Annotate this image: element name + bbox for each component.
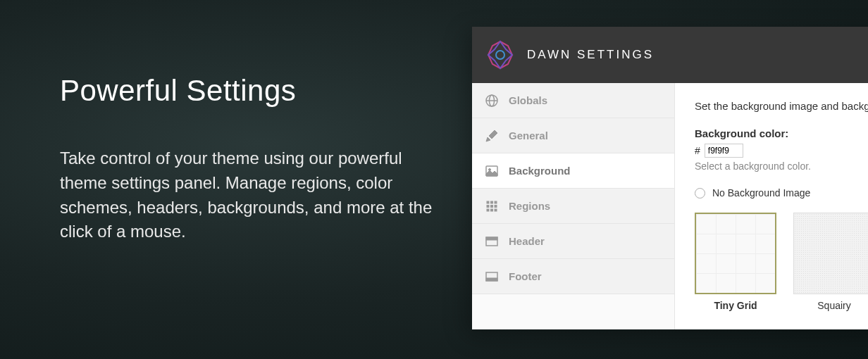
svg-rect-12 — [491, 205, 493, 207]
radio-icon — [695, 188, 705, 199]
svg-point-2 — [496, 51, 504, 59]
sidebar-item-label: Background — [509, 165, 571, 177]
bg-swatch-tinygrid[interactable]: Tiny Grid — [695, 213, 776, 311]
sidebar-item-general[interactable]: General — [472, 118, 674, 153]
swatch-preview — [695, 213, 776, 294]
hero-title: Powerful Settings — [60, 74, 440, 108]
hero-section: Powerful Settings Take control of your t… — [60, 74, 440, 244]
footer-layout-icon — [485, 270, 499, 284]
grid-icon — [485, 199, 499, 213]
svg-rect-14 — [487, 209, 489, 211]
svg-rect-20 — [486, 278, 497, 281]
globe-icon — [485, 94, 499, 108]
content-intro: Set the background image and backg — [695, 100, 868, 112]
swatch-label: Tiny Grid — [695, 300, 776, 311]
sidebar-item-label: General — [509, 130, 548, 141]
sidebar-item-header[interactable]: Header — [472, 224, 674, 259]
bg-color-help: Select a background color. — [695, 160, 868, 172]
bg-color-label: Background color: — [695, 127, 868, 139]
bg-color-input[interactable] — [705, 144, 743, 158]
sidebar-item-globals[interactable]: Globals — [472, 83, 674, 118]
hash-prefix: # — [695, 145, 700, 156]
sidebar-item-footer[interactable]: Footer — [472, 259, 674, 294]
settings-sidebar: Globals General Background Regions Heade… — [472, 83, 675, 329]
svg-rect-13 — [495, 205, 497, 207]
svg-rect-16 — [495, 209, 497, 211]
svg-rect-18 — [486, 237, 497, 240]
hero-description: Take control of your theme using our pow… — [60, 146, 440, 244]
sidebar-item-label: Globals — [509, 94, 547, 106]
bg-swatch-squairy[interactable]: Squairy — [793, 213, 868, 311]
radio-label: No Background Image — [712, 187, 810, 199]
sidebar-item-label: Header — [509, 235, 545, 247]
sidebar-item-label: Regions — [509, 200, 550, 212]
settings-content: Set the background image and backg Backg… — [675, 83, 868, 329]
sidebar-item-background[interactable]: Background — [472, 153, 674, 189]
image-icon — [485, 164, 499, 178]
tools-icon — [485, 129, 499, 143]
no-bg-image-option[interactable]: No Background Image — [695, 187, 868, 199]
svg-rect-10 — [495, 201, 497, 203]
swatch-label: Squairy — [793, 300, 868, 311]
svg-rect-8 — [487, 201, 489, 203]
svg-rect-15 — [491, 209, 493, 211]
sidebar-item-label: Footer — [509, 270, 542, 282]
panel-header: DAWN SETTINGS — [472, 27, 868, 83]
svg-rect-9 — [491, 201, 493, 203]
panel-title: DAWN SETTINGS — [527, 48, 654, 62]
settings-panel: DAWN SETTINGS Globals General Background… — [472, 27, 868, 329]
header-layout-icon — [485, 234, 499, 248]
svg-marker-0 — [488, 42, 512, 68]
swatch-preview — [793, 213, 868, 294]
sidebar-item-regions[interactable]: Regions — [472, 189, 674, 224]
sun-logo-icon — [485, 39, 516, 70]
svg-rect-11 — [487, 205, 489, 207]
